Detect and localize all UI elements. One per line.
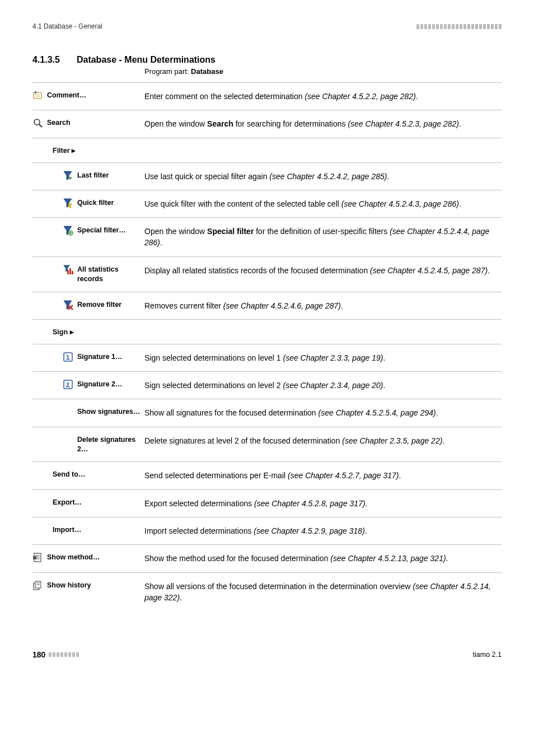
- desc-reference: (see Chapter 2.3.4, page 20): [283, 381, 383, 390]
- menu-description: Removes current filter (see Chapter 4.5.…: [144, 300, 502, 311]
- submenu-header: Sign ▸: [32, 319, 502, 344]
- comment-icon: [32, 91, 44, 101]
- menu-description: Use quick filter with the content of the…: [144, 198, 502, 209]
- menu-label: Special filter…: [77, 226, 126, 235]
- desc-text: .: [399, 471, 401, 480]
- menu-label-col: Export…: [32, 498, 144, 507]
- desc-bold: Search: [207, 119, 233, 128]
- desc-reference: (see Chapter 2.3.5, page 22): [342, 436, 442, 445]
- menu-row: Show signatures… Show all signatures for…: [32, 399, 502, 426]
- menu-label: Show method…: [47, 553, 100, 562]
- search-icon: [32, 118, 44, 128]
- menu-row: Signature 2… Sign selected determination…: [32, 371, 502, 399]
- desc-text: Delete signatures at level 2 of the focu…: [144, 436, 342, 445]
- menu-label: Signature 2…: [77, 380, 123, 389]
- desc-text: .: [383, 353, 386, 362]
- desc-text: Enter comment on the selected determinat…: [144, 92, 305, 101]
- menu-label-col: Show method…: [32, 553, 144, 563]
- menu-label: Send to…: [53, 470, 85, 479]
- menu-row: All statistics records Display all relat…: [32, 256, 502, 292]
- quick-filter-icon: [63, 198, 74, 208]
- desc-text: Use quick filter with the content of the…: [144, 199, 341, 208]
- desc-text: .: [416, 92, 418, 101]
- desc-reference: (see Chapter 4.5.2.4.3, page 286): [341, 199, 459, 208]
- desc-reference: (see Chapter 4.5.2.3, page 282): [348, 119, 458, 128]
- menu-description: Send selected determinations per E-mail …: [144, 470, 502, 481]
- menu-row: Delete signatures 2… Delete signatures a…: [32, 427, 502, 462]
- menu-label-col: Signature 2…: [32, 380, 144, 390]
- menu-description: Open the window Special filter for the d…: [144, 226, 502, 249]
- desc-reference: (see Chapter 4.5.2.4.2, page 285): [269, 172, 387, 181]
- menu-row: Last filter Use last quick or special fi…: [32, 162, 502, 190]
- footer-decoration: [49, 652, 79, 657]
- menu-label: Import…: [53, 525, 81, 535]
- menu-label-col: Delete signatures 2…: [32, 435, 144, 454]
- signature-1-icon: [63, 352, 74, 362]
- program-part-prefix: Program part:: [144, 67, 191, 76]
- menu-label: Search: [47, 118, 71, 128]
- menu-description: Enter comment on the selected determinat…: [144, 91, 502, 102]
- menu-description: Show all versions of the focused determi…: [144, 581, 502, 604]
- desc-text: .: [459, 119, 461, 128]
- menu-label: Show signatures…: [77, 407, 140, 417]
- desc-text: Import selected determinations: [144, 526, 254, 535]
- desc-text: for the definition of user-specific filt…: [254, 227, 390, 236]
- desc-text: Open the window: [144, 119, 207, 128]
- menu-row: Import… Import selected determinations (…: [32, 517, 502, 544]
- desc-reference: (see Chapter 4.5.2.2, page 282): [305, 92, 415, 101]
- desc-text: .: [365, 526, 367, 535]
- desc-text: .: [383, 381, 386, 390]
- desc-bold: Special filter: [207, 227, 254, 236]
- desc-reference: (see Chapter 4.5.2.7, page 317): [288, 471, 399, 480]
- desc-reference: (see Chapter 2.3.3, page 19): [283, 353, 383, 362]
- menu-description: Show the method used for the focused det…: [144, 553, 502, 564]
- desc-text: .: [459, 199, 461, 208]
- menu-row: Quick filter Use quick filter with the c…: [32, 190, 502, 217]
- desc-text: for searching for determinations: [233, 119, 348, 128]
- desc-text: Display all related statistics records o…: [144, 266, 370, 275]
- menu-label-col: Last filter: [32, 171, 144, 181]
- desc-reference: (see Chapter 4.5.2.9, page 318): [254, 526, 364, 535]
- all-statistics-icon: [63, 265, 74, 275]
- desc-reference: (see Chapter 4.5.2.4.5, page 287): [370, 266, 488, 275]
- menu-description: Delete signatures at level 2 of the focu…: [144, 435, 502, 446]
- menu-label: Quick filter: [77, 198, 114, 208]
- menu-label-col: Remove filter: [32, 300, 144, 310]
- menu-row: Export… Export selected determinations (…: [32, 489, 502, 517]
- menu-label-col: Show history: [32, 581, 144, 591]
- desc-text: Send selected determinations per E-mail: [144, 471, 288, 480]
- menu-label-col: Send to…: [32, 470, 144, 479]
- menu-label-col: Search: [32, 118, 144, 128]
- submenu-header: Filter ▸: [32, 138, 502, 162]
- desc-text: .: [446, 554, 448, 563]
- desc-text: Sign selected determinations on level 1: [144, 353, 283, 362]
- menu-label: Export…: [53, 498, 82, 507]
- menu-label: Comment…: [47, 91, 86, 100]
- desc-reference: (see Chapter 4.5.2.13, page 321): [330, 554, 446, 563]
- menu-row: Comment… Enter comment on the selected d…: [32, 82, 502, 110]
- last-filter-icon: [63, 171, 74, 181]
- desc-text: Sign selected determinations on level 2: [144, 381, 283, 390]
- program-part-value: Database: [191, 67, 223, 76]
- running-header: 4.1 Database - General: [32, 22, 102, 30]
- desc-text: Show all signatures for the focused dete…: [144, 408, 318, 417]
- desc-text: .: [442, 436, 444, 445]
- menu-description: Sign selected determinations on level 2 …: [144, 380, 502, 391]
- menu-label-col: Special filter…: [32, 226, 144, 236]
- menu-label: Delete signatures 2…: [77, 435, 144, 454]
- desc-text: .: [180, 593, 182, 602]
- menu-label: Remove filter: [77, 300, 121, 310]
- desc-text: .: [387, 172, 389, 181]
- desc-text: Show the method used for the focused det…: [144, 554, 330, 563]
- desc-reference: (see Chapter 4.5.2.8, page 317): [254, 499, 365, 508]
- menu-description: Export selected determinations (see Chap…: [144, 498, 502, 509]
- desc-text: .: [488, 266, 490, 275]
- menu-description: Sign selected determinations on level 1 …: [144, 352, 502, 363]
- show-method-icon: [32, 553, 44, 563]
- menu-row: Remove filter Removes current filter (se…: [32, 292, 502, 319]
- desc-reference: (see Chapter 4.5.2.4.6, page 287): [223, 301, 341, 310]
- menu-label-col: Import…: [32, 525, 144, 535]
- desc-text: Open the window: [144, 227, 207, 236]
- desc-text: .: [160, 238, 162, 247]
- menu-row: Special filter… Open the window Special …: [32, 217, 502, 256]
